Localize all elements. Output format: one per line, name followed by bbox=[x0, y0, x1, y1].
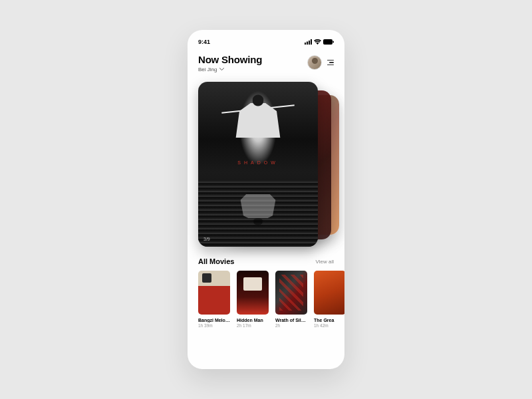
movie-duration: 2h 17m bbox=[237, 323, 269, 328]
movie-thumb bbox=[275, 271, 307, 315]
view-all-link[interactable]: View all bbox=[316, 259, 334, 265]
location-selector[interactable]: Bei Jing bbox=[198, 66, 262, 72]
svg-rect-0 bbox=[305, 43, 306, 45]
movie-strip[interactable]: Bangzi Melody 1h 39m Hidden Man 2h 17m W… bbox=[188, 271, 344, 328]
movie-item[interactable]: Wrath of Silence 2h bbox=[275, 271, 307, 328]
avatar[interactable] bbox=[307, 55, 322, 70]
chevron-down-icon bbox=[219, 68, 224, 71]
header: Now Showing Bei Jing bbox=[188, 50, 344, 79]
movie-duration: 2h bbox=[275, 323, 307, 328]
section-header: All Movies View all bbox=[188, 257, 344, 271]
poster-overlay-title: SHADOW bbox=[198, 160, 318, 165]
location-label: Bei Jing bbox=[198, 66, 217, 72]
status-indicators bbox=[305, 39, 334, 45]
featured-carousel[interactable]: SHADOW 3/9 bbox=[188, 79, 344, 252]
section-title: All Movies bbox=[198, 257, 234, 265]
movie-title: The Grea bbox=[314, 318, 344, 323]
page-title: Now Showing bbox=[198, 54, 262, 65]
battery-icon bbox=[323, 39, 334, 45]
movie-title: Hidden Man bbox=[237, 318, 269, 323]
wifi-icon bbox=[314, 39, 321, 45]
movie-thumb bbox=[198, 271, 230, 315]
status-time: 9:41 bbox=[198, 39, 210, 45]
header-right bbox=[307, 55, 334, 70]
movie-duration: 1h 42m bbox=[314, 323, 344, 328]
movie-item[interactable]: Hidden Man 2h 17m bbox=[237, 271, 269, 328]
movie-title: Bangzi Melody bbox=[198, 318, 230, 323]
svg-rect-4 bbox=[323, 39, 332, 45]
movie-duration: 1h 39m bbox=[198, 323, 230, 328]
svg-rect-5 bbox=[333, 41, 334, 43]
status-bar: 9:41 bbox=[188, 34, 344, 50]
movie-thumb bbox=[237, 271, 269, 315]
svg-rect-2 bbox=[309, 41, 310, 45]
poster-figure bbox=[235, 91, 281, 158]
movie-title: Wrath of Silence bbox=[275, 318, 307, 323]
movie-thumb bbox=[314, 271, 344, 315]
poster-corner-tag: 3/9 bbox=[203, 237, 210, 241]
phone-frame: 9:41 Now Showing Bei Jing bbox=[188, 30, 344, 369]
movie-item[interactable]: The Grea 1h 42m bbox=[314, 271, 344, 328]
svg-rect-3 bbox=[311, 39, 312, 45]
header-left: Now Showing Bei Jing bbox=[198, 54, 262, 72]
svg-rect-1 bbox=[307, 42, 308, 45]
signal-icon bbox=[305, 39, 312, 45]
menu-icon[interactable] bbox=[327, 60, 334, 66]
carousel-card-1[interactable]: SHADOW 3/9 bbox=[198, 82, 318, 247]
movie-item[interactable]: Bangzi Melody 1h 39m bbox=[198, 271, 230, 328]
